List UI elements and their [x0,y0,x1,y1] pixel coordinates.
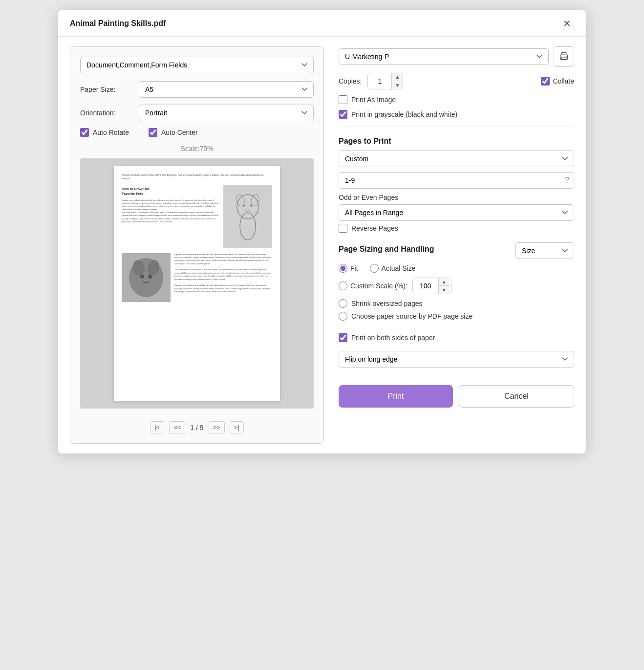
scale-stepper: ▲ ▼ [438,278,450,294]
preview-img2 [122,253,171,302]
page-sizing-title: Page Sizing and Handling [339,245,434,254]
choose-paper-row[interactable]: Choose paper source by PDF page size [339,312,574,321]
auto-rotate-item[interactable]: Auto Rotate [80,128,129,137]
print-both-sides-checkbox[interactable] [339,333,347,342]
pagination-bar: |< << 1 / 9 >> >| [80,416,314,433]
left-inner: Document,Comment,Form Fields Document Fo… [70,46,324,444]
last-page-button[interactable]: >| [230,421,244,433]
preview-heading: How to Draw OurFavorite Pets [122,187,219,197]
grayscale-label: Print in grayscale (black and white) [351,110,457,118]
odd-even-label: Odd or Even Pages [339,194,574,201]
next-page-button[interactable]: >> [209,421,225,433]
custom-scale-radio[interactable] [339,281,347,290]
range-input[interactable] [339,172,574,189]
choose-paper-label: Choose paper source by PDF page size [351,312,472,320]
range-input-row: ? [339,172,574,189]
orientation-dropdown[interactable]: Portrait Landscape [139,105,314,121]
custom-scale-label: Custom Scale (%): [350,282,408,290]
size-dropdown[interactable]: Size Poster Multiple Booklet [515,242,574,259]
flip-dropdown[interactable]: Flip on long edge Flip on short edge [339,351,574,367]
custom-scale-input-wrap: ▲ ▼ [412,278,451,294]
copies-input[interactable] [368,77,391,85]
copies-increment-button[interactable]: ▲ [392,73,403,81]
shrink-label: Shrink oversized pages [351,300,423,307]
dog-photo-svg [122,253,171,302]
auto-options-row: Auto Rotate Auto Center [80,128,314,137]
left-panel: Document,Comment,Form Fields Document Fo… [70,46,339,444]
pages-custom-row: Custom All Pages Current Page Odd Pages … [339,151,574,167]
paper-size-dropdown[interactable]: A5 A4 Letter Legal [139,81,314,98]
print-button[interactable]: Print [339,385,453,408]
auto-rotate-checkbox[interactable] [80,128,89,137]
preview-area: Animals have been part of human art from… [80,158,314,409]
dialog-body: Document,Comment,Form Fields Document Fo… [58,37,586,454]
scale-label: Scale:75% [80,145,314,152]
reverse-pages-row[interactable]: Reverse Pages [339,224,574,233]
printer-settings-button[interactable] [554,46,574,67]
print-both-sides-row[interactable]: Print on both sides of paper [339,333,574,342]
orientation-select-wrap: Portrait Landscape [139,105,314,121]
print-as-image-row[interactable]: Print As Image [339,95,574,104]
copies-input-wrap: ▲ ▼ [367,73,403,89]
pages-custom-dropdown[interactable]: Custom All Pages Current Page Odd Pages … [339,151,574,167]
svg-point-10 [140,275,144,279]
right-panel: U-Marketing-P Microsoft Print to PDF Cop… [339,46,574,444]
copies-label: Copies: [339,77,362,85]
choose-paper-radio[interactable] [339,312,347,321]
shrink-row[interactable]: Shrink oversized pages [339,299,574,308]
pagination-info: 1 / 9 [190,424,203,432]
collate-label: Collate [553,77,574,85]
fit-radio[interactable] [339,264,347,273]
divider-1 [339,127,574,127]
custom-scale-input[interactable] [413,282,438,290]
reverse-pages-checkbox[interactable] [339,224,347,233]
copies-decrement-button[interactable]: ▼ [392,81,403,89]
cancel-button[interactable]: Cancel [459,385,574,408]
help-icon: ? [565,176,569,185]
page-sizing-header: Page Sizing and Handling Size Poster Mul… [339,242,574,259]
content-dropdown[interactable]: Document,Comment,Form Fields Document Fo… [80,57,314,73]
svg-point-5 [250,205,252,207]
preview-section-1: How to Draw OurFavorite Pets Egyptian ar… [122,185,272,248]
scale-increment-button[interactable]: ▲ [439,278,450,286]
grayscale-checkbox[interactable] [339,110,347,119]
custom-scale-row: Custom Scale (%): ▲ ▼ [339,278,574,294]
dialog-header: Animal Painting Skills.pdf ✕ [58,10,586,37]
preview-body-text-1: Egyptian art celebrates animals like cat… [122,199,219,224]
actual-size-label: Actual Size [382,264,416,272]
svg-point-0 [237,195,258,219]
preview-top-text: Animals have been part of human art from… [122,174,272,181]
auto-center-checkbox[interactable] [149,128,157,137]
grayscale-row[interactable]: Print in grayscale (black and white) [339,110,574,119]
close-button[interactable]: ✕ [560,18,574,29]
page-separator: / [196,424,198,432]
preview-text-col-1: How to Draw OurFavorite Pets Egyptian ar… [122,185,219,248]
fit-item[interactable]: Fit [339,264,358,273]
svg-point-4 [243,205,245,207]
svg-point-1 [240,213,256,240]
svg-rect-13 [561,53,566,55]
printer-icon [558,51,569,62]
shrink-radio[interactable] [339,299,347,308]
preview-body-text-2: Egyptian art celebrates animals like cat… [174,253,272,302]
dog-sketch-svg [231,190,265,243]
reverse-pages-label: Reverse Pages [351,224,398,232]
actual-size-item[interactable]: Actual Size [370,264,416,273]
paper-size-label: Paper Size: [80,86,139,93]
odd-even-dropdown[interactable]: All Pages in Range Odd Pages Only Even P… [339,204,574,221]
paper-size-select-wrap: A5 A4 Letter Legal [139,81,314,98]
custom-scale-item[interactable]: Custom Scale (%): [339,281,408,290]
auto-center-item[interactable]: Auto Center [149,128,198,137]
paper-size-row: Paper Size: A5 A4 Letter Legal [80,81,314,98]
collate-item[interactable]: Collate [541,77,574,86]
printer-dropdown[interactable]: U-Marketing-P Microsoft Print to PDF [339,48,549,65]
collate-checkbox[interactable] [541,77,550,86]
print-dialog: Animal Painting Skills.pdf ✕ Document,Co… [58,10,586,454]
preview-img-col-1 [223,185,272,248]
first-page-button[interactable]: |< [150,421,164,433]
actual-size-radio[interactable] [370,264,379,273]
scale-decrement-button[interactable]: ▼ [439,286,450,294]
prev-page-button[interactable]: << [169,421,185,433]
print-as-image-checkbox[interactable] [339,95,347,104]
preview-content: Animals have been part of human art from… [122,174,272,302]
